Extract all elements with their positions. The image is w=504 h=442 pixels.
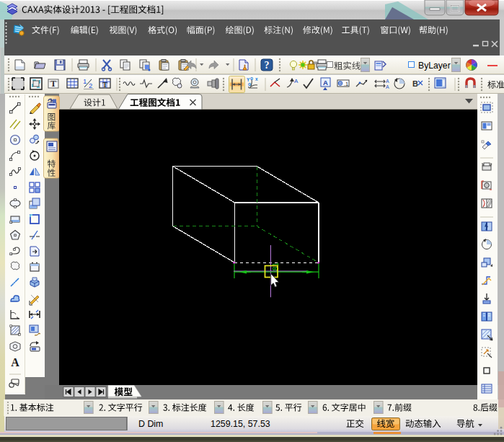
svg-text:x: x	[255, 76, 258, 81]
svg-text:D Dim: D Dim	[138, 419, 163, 429]
svg-text:A: A	[386, 84, 389, 89]
svg-text:1: 1	[83, 77, 87, 85]
svg-text:A: A	[294, 78, 299, 84]
svg-text:B: B	[412, 79, 418, 88]
svg-text:A: A	[11, 356, 19, 368]
svg-text:?: ?	[265, 60, 270, 71]
svg-text:1259.15, 57.53: 1259.15, 57.53	[211, 419, 270, 429]
svg-text:2: 2	[89, 81, 92, 89]
svg-text:T: T	[102, 81, 107, 89]
svg-text:.1: .1	[344, 81, 348, 87]
svg-text:o: o	[250, 76, 253, 81]
svg-text:A: A	[386, 79, 389, 84]
svg-text:A: A	[323, 79, 328, 87]
svg-text:ByLayer: ByLayer	[418, 61, 451, 71]
svg-text:o: o	[248, 81, 251, 87]
svg-text:T: T	[50, 79, 56, 89]
